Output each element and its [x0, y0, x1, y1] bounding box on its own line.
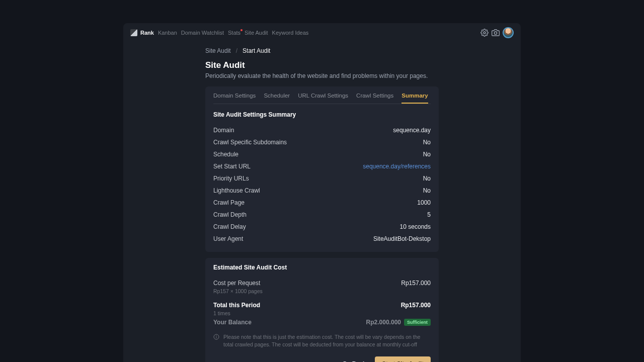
- info-icon: [213, 334, 219, 340]
- tab-scheduler[interactable]: Scheduler: [264, 93, 290, 104]
- row-value: No: [423, 187, 431, 194]
- tab-url-crawl-settings[interactable]: URL Crawl Settings: [298, 93, 348, 104]
- tab-crawl-settings[interactable]: Crawl Settings: [356, 93, 393, 104]
- cost-panel: Estimated Site Audit Cost Cost per Reque…: [205, 258, 439, 362]
- balance-amount: Rp2.000.000: [366, 319, 401, 326]
- nav-item-stats[interactable]: Stats: [228, 30, 240, 36]
- cost-row-total: Total this Period Rp157.000: [213, 299, 431, 311]
- row-value-link[interactable]: sequence.day/references: [363, 163, 431, 170]
- cost-note: Please note that this is just the estima…: [213, 333, 431, 348]
- nav-item-keyword-ideas[interactable]: Keyword Ideas: [272, 30, 309, 36]
- row-label: Crawl Page: [213, 199, 245, 206]
- summary-row-schedule: Schedule No: [213, 148, 431, 160]
- logo-icon: [130, 29, 137, 36]
- tab-summary[interactable]: Summary: [401, 93, 428, 104]
- row-label: Schedule: [213, 151, 238, 158]
- row-value: No: [423, 175, 431, 182]
- nav-item-kanban[interactable]: Kanban: [158, 30, 177, 36]
- row-label: Lighthouse Crawl: [213, 187, 260, 194]
- row-label: User Agent: [213, 235, 243, 242]
- row-value: Rp157.000: [401, 280, 431, 287]
- row-label: Crawl Delay: [213, 223, 246, 230]
- tab-domain-settings[interactable]: Domain Settings: [213, 93, 256, 104]
- row-label: Set Start URL: [213, 163, 251, 170]
- row-label: Priority URLs: [213, 175, 249, 182]
- content-area: Site Audit / Start Audit Site Audit Peri…: [123, 42, 521, 362]
- breadcrumb-current: Start Audit: [243, 47, 270, 54]
- svg-point-1: [494, 32, 497, 34]
- nav-item-site-audit[interactable]: Site Audit: [245, 30, 268, 36]
- row-value: sequence.day: [393, 127, 431, 134]
- summary-row-crawl-page: Crawl Page 1000: [213, 197, 431, 209]
- nav-items: Rank Kanban Domain Watchlist Stats Site …: [140, 30, 308, 36]
- breadcrumb-parent[interactable]: Site Audit: [205, 47, 231, 54]
- balance-row: Your Balance Rp2.000.000 Sufficient: [213, 316, 431, 328]
- row-value: No: [423, 151, 431, 158]
- row-value: 10 seconds: [400, 223, 431, 230]
- notification-dot-icon: [240, 29, 243, 31]
- status-badge: Sufficient: [404, 319, 431, 326]
- go-back-button[interactable]: Go Back: [340, 356, 369, 362]
- breadcrumb: Site Audit / Start Audit: [205, 47, 439, 54]
- app-container: Rank Kanban Domain Watchlist Stats Site …: [123, 23, 521, 362]
- gear-icon[interactable]: [480, 29, 489, 37]
- svg-point-0: [484, 32, 486, 34]
- page-title: Site Audit: [205, 60, 439, 70]
- summary-row-crawl-delay: Crawl Delay 10 seconds: [213, 221, 431, 233]
- action-row: Go Back Start Site Audit: [213, 356, 431, 362]
- row-label: Domain: [213, 127, 234, 134]
- page-subtitle: Periodically evaluate the health of the …: [205, 72, 439, 79]
- summary-panel: Domain Settings Scheduler URL Crawl Sett…: [205, 86, 439, 252]
- row-label: Crawl Depth: [213, 211, 247, 218]
- summary-heading: Site Audit Settings Summary: [213, 111, 431, 118]
- summary-row-subdomains: Crawl Specific Subdomains No: [213, 136, 431, 148]
- summary-row-priority-urls: Priority URLs No: [213, 172, 431, 185]
- row-label: Total this Period: [213, 302, 260, 309]
- cost-row-per-request: Cost per Request Rp157.000: [213, 277, 431, 289]
- note-text: Please note that this is just the estima…: [223, 333, 431, 348]
- row-label: Crawl Specific Subdomains: [213, 139, 287, 146]
- cost-heading: Estimated Site Audit Cost: [213, 264, 431, 271]
- summary-row-start-url: Set Start URL sequence.day/references: [213, 160, 431, 172]
- balance-label: Your Balance: [213, 319, 252, 326]
- nav-item-rank[interactable]: Rank: [140, 30, 154, 36]
- row-value: 5: [427, 211, 431, 218]
- row-value: No: [423, 139, 431, 146]
- camera-icon[interactable]: [492, 29, 500, 37]
- row-value: SiteAuditBot-Dekstop: [373, 235, 431, 242]
- breadcrumb-separator: /: [236, 47, 237, 54]
- nav-item-domain-watchlist[interactable]: Domain Watchlist: [181, 30, 224, 36]
- row-value: 1000: [417, 199, 431, 206]
- row-label: Cost per Request: [213, 280, 260, 287]
- summary-row-user-agent: User Agent SiteAuditBot-Dekstop: [213, 233, 431, 245]
- row-value: Rp157.000: [401, 302, 431, 309]
- topbar: Rank Kanban Domain Watchlist Stats Site …: [123, 23, 521, 42]
- start-site-audit-button[interactable]: Start Site Audit: [375, 356, 431, 362]
- tabs: Domain Settings Scheduler URL Crawl Sett…: [213, 93, 431, 104]
- per-request-subtext: Rp157 × 1000 pages: [213, 288, 431, 294]
- summary-row-lighthouse: Lighthouse Crawl No: [213, 185, 431, 197]
- summary-row-domain: Domain sequence.day: [213, 124, 431, 136]
- summary-row-crawl-depth: Crawl Depth 5: [213, 209, 431, 221]
- total-subtext: 1 times: [213, 310, 431, 316]
- avatar[interactable]: [503, 27, 514, 38]
